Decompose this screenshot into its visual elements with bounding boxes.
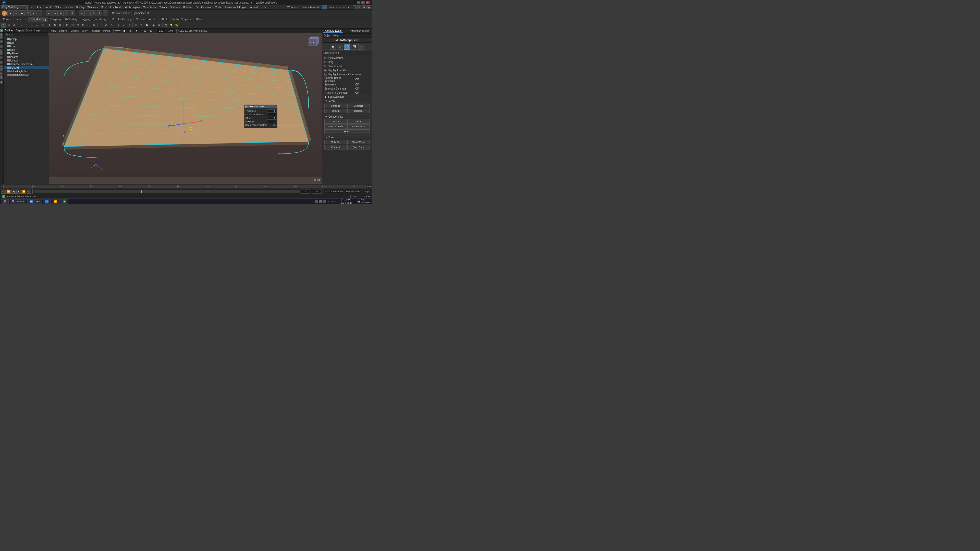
menu-help[interactable]: Help [259, 5, 267, 10]
comp-edge-btn[interactable] [337, 44, 343, 50]
tab-sculpting[interactable]: Sculpting [48, 17, 63, 22]
undo-btn[interactable]: ↩ [46, 11, 52, 16]
mode-dropdown[interactable]: Poly Modeling ▼ [1, 5, 27, 10]
tb-icon-circle[interactable]: ● [2, 11, 7, 16]
side-icon-5[interactable]: ◎ [0, 45, 3, 48]
goto-end-btn[interactable]: ⏭ [27, 189, 31, 194]
search-button[interactable]: 🔍 Search [10, 199, 26, 204]
crease-btn[interactable]: ≡ [134, 23, 138, 28]
measure-btn[interactable]: 📏 [174, 23, 179, 28]
vp-light-btn[interactable]: ☀ [134, 29, 139, 33]
tab-rendering[interactable]: Rendering [92, 17, 108, 22]
tb-icon-extra2[interactable]: ||| [64, 11, 69, 16]
tb-icon-box[interactable]: ■ [7, 11, 13, 16]
menu-create[interactable]: Create [43, 5, 54, 10]
target-weld-btn[interactable]: ⊛ [91, 23, 97, 28]
lasso-tool-btn[interactable]: ⊂ [6, 23, 11, 28]
drag-check[interactable] [325, 61, 327, 63]
snap-surface[interactable]: ⊗ [97, 11, 102, 16]
menu-generate[interactable]: Generate [200, 5, 213, 10]
vp-shading-btn[interactable]: ◨ [122, 29, 127, 33]
taskbar-app-explorer[interactable]: 📁 [52, 199, 59, 204]
outliner-tab-help[interactable]: Help [35, 29, 40, 32]
side-icon-10[interactable]: ⊞ [0, 65, 3, 68]
outliner-item-pcube1[interactable]: pCube1 [3, 66, 49, 69]
vp-end-time[interactable]: 1.00 [167, 29, 175, 33]
tab-mash[interactable]: MASH [159, 17, 170, 22]
vp-btn-show[interactable]: Show [81, 29, 89, 33]
mirror-btn[interactable]: ⊣ [98, 23, 103, 28]
thickness-input[interactable] [267, 110, 276, 113]
local-z-input[interactable] [267, 113, 276, 116]
menu-edit-mesh[interactable]: Edit Mesh [108, 5, 123, 10]
boolean-btn-right[interactable]: Boolean [347, 109, 370, 113]
outliner-item-locator3[interactable]: locator3 [3, 55, 49, 59]
side-icon-12[interactable]: ⊡ [0, 72, 3, 75]
menu-flow[interactable]: Flow Graph Engine [224, 5, 249, 10]
outliner-item-pplane[interactable]: pPlane1 [3, 52, 49, 55]
comp-uv-btn[interactable] [351, 44, 357, 50]
outliner-item-lightset[interactable]: defaultLightSet [3, 69, 49, 73]
menu-deform[interactable]: Deform [182, 5, 193, 10]
snap-grid[interactable]: # [79, 11, 85, 16]
vp-resolution-btn[interactable]: ⊟ [142, 29, 148, 33]
outliner-item-locator4[interactable]: locator4 [3, 59, 49, 62]
outliner-item-front[interactable]: front [3, 44, 49, 48]
paint-weights-btn[interactable]: ⊗ [156, 23, 162, 28]
side-icon-9[interactable]: ⌖ [0, 61, 3, 64]
add-divisions-btn[interactable]: Add Divisions [347, 124, 370, 129]
side-rotate-icon[interactable]: ↻ [0, 36, 3, 39]
pick-marquee-check[interactable] [325, 57, 327, 59]
multi-cut-btn-right[interactable]: Multi-Cut [325, 140, 347, 144]
menu-windows[interactable]: Windows [86, 5, 99, 10]
tab-poly-modeling[interactable]: Poly Modeling [28, 17, 48, 22]
play-back-btn[interactable]: ◀ [11, 189, 16, 194]
tray-up-arrow[interactable]: ^ [311, 200, 314, 203]
rp-tab-modeling[interactable]: Modeling Toolkit [349, 30, 371, 32]
viewport[interactable]: View Shading Lighting Show Renderer Pane… [49, 29, 322, 184]
vp-btn-renderer[interactable]: Renderer [89, 29, 101, 33]
bevel-btn[interactable]: ⬡ [70, 23, 75, 28]
tb-icon-tri[interactable]: ▲ [13, 11, 19, 16]
timeline-slider-thumb[interactable] [141, 190, 142, 193]
tab-custom[interactable]: Custom [134, 17, 147, 22]
mesh-section-title[interactable]: ▼ Mesh [323, 99, 371, 103]
tb-icon-ring[interactable]: ○ [37, 11, 42, 16]
tb-icon-star[interactable]: ✦ [31, 11, 37, 16]
tab-fx[interactable]: FX [108, 17, 116, 22]
windows-button[interactable]: ⊞ [1, 199, 9, 204]
tab-rigging[interactable]: Rigging [80, 17, 92, 22]
loop-btn[interactable]: ⊟ [81, 23, 86, 28]
side-select-icon[interactable]: ↖ [0, 29, 3, 32]
current-frame-field[interactable]: 120 [301, 189, 310, 194]
maximize-button[interactable]: □ [361, 1, 365, 4]
bridge-btn[interactable]: ⊞ [75, 23, 80, 28]
tray-volume-icon[interactable]: 🔊 [319, 200, 322, 203]
offset-input[interactable] [267, 117, 276, 120]
camera-based-dropdown[interactable]: ▾ Off [353, 78, 359, 81]
divisions-input[interactable] [267, 120, 276, 123]
menu-edit[interactable]: Edit [35, 5, 43, 10]
side-icon-7[interactable]: ◇ [0, 52, 3, 56]
combine-btn-right[interactable]: Combine [325, 103, 347, 108]
connect-btn-right[interactable]: Connect [325, 145, 347, 149]
transform-constrain-dropdown[interactable]: ▾ Off [353, 91, 359, 94]
menu-mesh[interactable]: Mesh [99, 5, 108, 10]
frame-ticks[interactable]: 1 10 20 30 40 50 60 70 80 90 100 110 120 [3, 185, 366, 188]
minimize-button[interactable]: ─ [357, 1, 360, 4]
outliner-tab-display[interactable]: Display [16, 29, 24, 32]
goto-start-btn[interactable]: ⏮ [1, 189, 6, 194]
target-weld-btn-right[interactable]: Target Weld [347, 140, 370, 144]
similar-multi-check[interactable] [325, 65, 327, 67]
side-icon-13[interactable]: ⊛ [0, 76, 3, 79]
separate-btn[interactable]: ⊖ [109, 23, 114, 28]
plane-btn[interactable]: ▱ [35, 23, 40, 28]
redo-btn[interactable]: ↪ [52, 11, 58, 16]
outliner-item-objectset[interactable]: defaultObjectSet [3, 73, 49, 76]
rp-tab-attribute[interactable]: Attribute Editor [323, 29, 343, 33]
tb-icon-cone[interactable]: ▽ [25, 11, 30, 16]
menu-curves[interactable]: Curves [157, 5, 169, 10]
highlight-backfaces-check[interactable] [325, 69, 327, 71]
camera-tool-btn[interactable]: 📷 [163, 23, 169, 28]
side-scale-icon[interactable]: ⊠ [0, 40, 3, 43]
